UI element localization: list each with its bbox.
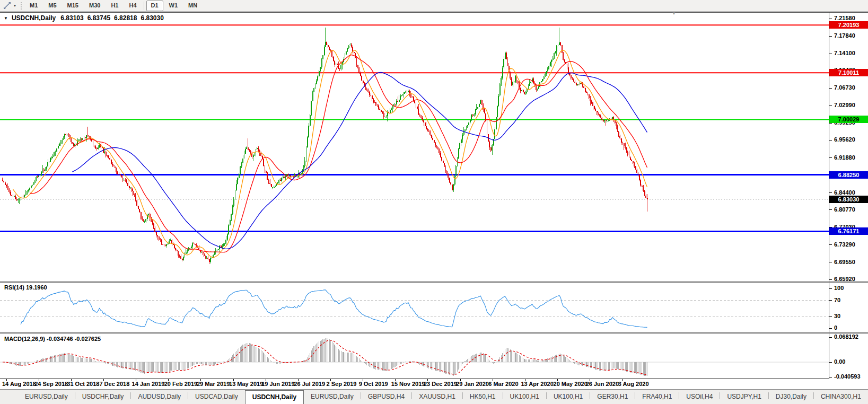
ohlc-low: 6.82818 [114, 14, 137, 22]
date-axis-label: 13 Apr 2020 [521, 381, 553, 387]
tab-audusd-daily[interactable]: AUDUSD,Daily [131, 391, 188, 404]
date-axis-label: 20 Feb 2019 [164, 381, 197, 387]
price-axis-tick: 6.80770 [834, 206, 855, 213]
cursor-tool-dropdown-icon[interactable]: ▾ [12, 3, 18, 8]
ohlc-close: 6.83030 [141, 14, 163, 22]
timeframe-button-d1[interactable]: D1 [146, 1, 163, 11]
date-axis-label: 2 Sep 2019 [327, 381, 357, 387]
tab-uk100-h1[interactable]: UK100,H1 [547, 391, 590, 404]
tab-xauusd-h1[interactable]: XAUUSD,H1 [412, 391, 462, 404]
price-axis-tick: 7.17840 [834, 32, 855, 39]
macd-histogram [3, 338, 647, 376]
date-axis-label: 7 Dec 2018 [99, 381, 129, 387]
price-axis-tick: 7.14100 [834, 50, 855, 56]
price-line-badge: 7.20193 [829, 21, 868, 29]
tab-uk100-h1[interactable]: UK100,H1 [503, 391, 546, 404]
price-line-badge: 6.88250 [829, 171, 868, 179]
timeframe-button-group: M1M5M15M30H1H4D1W1MN [24, 1, 203, 11]
timeframe-button-m30[interactable]: M30 [84, 1, 105, 11]
date-axis-label: 29 Mar 2019 [197, 381, 230, 387]
price-axis-tick: 7.02990 [834, 102, 855, 108]
price-axis-tick: 7.06730 [834, 84, 855, 91]
horizontal-lines[interactable] [0, 25, 829, 231]
price-axis-tick: 6.95620 [834, 136, 855, 143]
timeframe-button-mn[interactable]: MN [183, 1, 202, 11]
top-toolbar: ▾ M1M5M15M30H1H4D1W1MN [0, 0, 868, 12]
ma-line-slow [72, 73, 647, 249]
price-axis-tick: 6.73290 [834, 241, 855, 248]
tab-eurusd-daily[interactable]: EURUSD,Daily [304, 391, 361, 404]
toolbar-grip [21, 2, 22, 10]
ma-line-fast [13, 50, 647, 258]
date-axis-label: 14 Jan 2019 [132, 381, 165, 387]
chart-menu-icon[interactable]: ▼ [4, 16, 8, 21]
tab-usdchf-daily[interactable]: USDCHF,Daily [75, 391, 131, 404]
timeframe-button-m1[interactable]: M1 [25, 1, 42, 11]
rsi-axis-tick: 30 [834, 313, 840, 319]
cursor-tool-icon[interactable] [2, 2, 12, 10]
rsi-axis-tick: 100 [834, 285, 844, 291]
tab-hk50-h1[interactable]: HK50,H1 [463, 391, 503, 404]
tab-fra40-h1[interactable]: FRA40,H1 [635, 391, 679, 404]
price-axis-tick: 6.65920 [834, 276, 855, 282]
tab-ger30-h1[interactable]: GER30,H1 [590, 391, 635, 404]
tab-usdcad-daily[interactable]: USDCAD,Daily [188, 391, 245, 404]
macd-axis-tick: 0.068192 [834, 333, 858, 340]
price-axis-tick: 6.91880 [834, 154, 855, 161]
ohlc-open: 6.83103 [60, 14, 83, 22]
tab-china300-h1[interactable]: CHINA300,H1 [814, 391, 868, 404]
date-axis-label: 3 Aug 2020 [618, 381, 649, 387]
rsi-axis-tick: 0 [834, 324, 837, 331]
tab-gbpusd-h4[interactable]: GBPUSD,H4 [361, 391, 411, 404]
rsi-axis-tick: 70 [834, 297, 840, 303]
chart-title: ▼ USDCNH,Daily 6.83103 6.83745 6.82818 6… [4, 14, 164, 22]
date-axis-label: 29 Jan 2020 [456, 381, 489, 387]
price-line-badge: 7.00029 [829, 116, 868, 123]
timeframe-button-h4[interactable]: H4 [124, 1, 141, 11]
date-axis-label: 23 Dec 2019 [424, 381, 457, 387]
scroll-to-end-marker[interactable]: ▼ [672, 11, 676, 16]
ma-line-mid [30, 55, 647, 252]
rsi-line [21, 290, 647, 328]
price-axis-tick: 6.69550 [834, 259, 855, 265]
timeframe-button-w1[interactable]: W1 [164, 1, 183, 11]
date-axis-label: 24 Sep 2018 [34, 381, 68, 387]
symbol-tab-bar: EURUSD,DailyUSDCHF,DailyAUDUSD,DailyUSDC… [0, 389, 868, 404]
date-axis-label: 19 Jun 2019 [261, 381, 294, 387]
price-line-badge: 7.10011 [829, 69, 868, 76]
date-axis-label: 20 May 2020 [554, 381, 588, 387]
rsi-level-lines [0, 301, 829, 317]
macd-axis-tick: 0.00 [834, 358, 845, 365]
timeframe-button-m15[interactable]: M15 [63, 1, 83, 11]
chart-canvas[interactable] [0, 0, 868, 404]
date-axis-label: 13 May 2019 [229, 381, 263, 387]
date-axis-label: 31 Oct 2018 [67, 381, 99, 387]
date-axis-label: 9 Oct 2019 [359, 381, 388, 387]
timeframe-button-h1[interactable]: H1 [106, 1, 123, 11]
chart-symbol-label: USDCNH,Daily [12, 14, 56, 22]
current-price-badge: 6.83030 [829, 196, 868, 203]
tab-usoil-h4[interactable]: USOil,H4 [679, 391, 720, 404]
tab-dj30-daily[interactable]: DJ30,Daily [769, 391, 813, 404]
timeframe-button-m5[interactable]: M5 [43, 1, 61, 11]
ohlc-high: 6.83745 [87, 14, 110, 22]
macd-panel-label: MACD(12,26,9) -0.034746 -0.027625 [4, 336, 101, 342]
date-axis-label: 14 Aug 2018 [2, 381, 36, 387]
date-axis-label: 26 Jul 2019 [294, 381, 325, 387]
macd-axis-tick: -0.040593 [834, 373, 861, 380]
price-line-badge: 6.76171 [829, 227, 868, 235]
price-axis-tick: 6.84400 [834, 189, 855, 196]
price-axis-tick: 7.21580 [834, 15, 855, 21]
tab-usdjpy-h1[interactable]: USDJPY,H1 [720, 391, 768, 404]
date-axis-label: 26 Jun 2020 [586, 381, 619, 387]
candles [2, 28, 648, 264]
tab-usdcnh-daily[interactable]: USDCNH,Daily [245, 390, 304, 404]
date-axis-label: 6 Mar 2020 [488, 381, 518, 387]
tab-eurusd-daily[interactable]: EURUSD,Daily [18, 391, 75, 404]
date-axis-label: 15 Nov 2019 [391, 381, 425, 387]
toolbar-separator [144, 2, 144, 10]
rsi-panel-label: RSI(14) 19.1960 [4, 284, 47, 291]
